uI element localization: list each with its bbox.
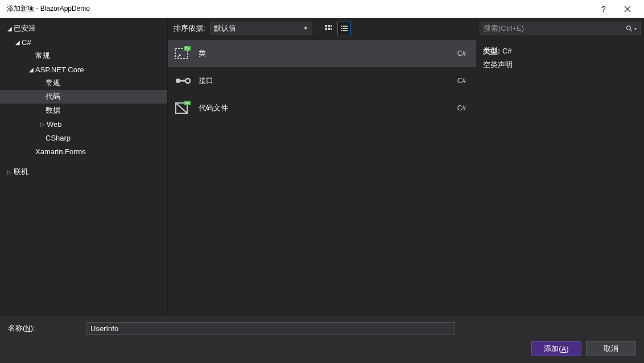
svg-point-19 [185,79,190,83]
svg-rect-2 [325,25,327,27]
template-name: 类 [199,48,457,59]
template-name: 接口 [199,76,457,86]
main-area: ◢ 已安装 ◢ C# 常规 ◢ ASP.NET Core 常规 代码 数据 ▷ … [0,18,644,316]
tree-aspnetcore[interactable]: ◢ ASP.NET Core [0,63,167,76]
titlebar: 添加新项 - BlazorAppDemo ? [0,0,644,18]
view-list-button[interactable] [337,22,351,35]
tree-label: 联机 [14,167,28,177]
tree-web[interactable]: ▷ Web [0,117,167,131]
expand-icon: ◢ [6,26,14,32]
svg-rect-5 [325,28,327,30]
template-item-codefile[interactable]: C# 代码文件 C# [168,94,476,122]
template-lang: C# [457,50,466,57]
tree-label: 代码 [46,92,60,102]
list-icon [340,24,348,32]
codefile-icon: C# [174,100,191,117]
template-item-class[interactable]: C# 类 C# [168,40,476,67]
name-label: 名称(N): [8,323,82,333]
template-panel: 排序依据: 默认值 ▼ [168,18,476,316]
button-row: 添加(A) 取消 [0,341,644,363]
cancel-button[interactable]: 取消 [586,341,636,356]
tree-label: 常规 [46,78,60,88]
sort-dropdown[interactable]: 默认值 ▼ [210,22,312,35]
svg-rect-13 [343,30,348,31]
expand-icon: ◢ [27,67,35,73]
collapse-icon: ▷ [39,121,47,127]
tree-label: 数据 [46,105,60,116]
tree-label: 已安装 [14,23,36,34]
svg-text:C#: C# [185,47,189,50]
svg-line-25 [630,30,632,31]
tree-label: 常规 [35,51,50,61]
svg-rect-9 [343,26,348,27]
svg-point-24 [627,26,631,30]
tree-csharp2[interactable]: CSharp [0,131,167,145]
type-label: 类型: [483,47,500,55]
category-tree: ◢ 已安装 ◢ C# 常规 ◢ ASP.NET Core 常规 代码 数据 ▷ … [0,18,168,316]
template-toolbar: 排序依据: 默认值 ▼ [168,18,476,39]
template-name: 代码文件 [199,103,457,113]
tree-label: Web [47,120,62,129]
view-mode-toggle [321,22,351,35]
interface-icon [174,72,191,89]
svg-rect-10 [341,28,342,29]
tree-aspnet-code[interactable]: 代码 [0,90,167,104]
svg-rect-4 [331,25,332,27]
tree-online[interactable]: ▷ 联机 [0,165,167,179]
svg-rect-3 [328,25,330,27]
tree-xamarin[interactable]: Xamarin.Forms [0,145,167,158]
tree-installed[interactable]: ◢ 已安装 [0,22,167,35]
class-icon: C# [174,45,191,62]
close-button[interactable] [616,1,639,18]
template-list: C# 类 C# 接口 C# [168,39,476,316]
search-input[interactable]: 搜索(Ctrl+E) ▾ [480,22,641,35]
svg-rect-8 [341,26,342,27]
svg-text:C#: C# [185,101,189,105]
add-button[interactable]: 添加(A) [531,341,581,356]
chevron-down-icon: ▼ [303,26,308,31]
template-lang: C# [457,77,466,85]
search-placeholder: 搜索(Ctrl+E) [484,23,524,34]
tree-label: ASP.NET Core [35,65,84,74]
sort-label: 排序依据: [174,23,205,34]
tree-csharp[interactable]: ◢ C# [0,35,167,49]
search-icon: ▾ [626,25,637,32]
tree-aspnet-general[interactable]: 常规 [0,76,167,90]
name-row: 名称(N): [0,316,644,341]
view-grid-button[interactable] [321,22,335,35]
name-input[interactable] [86,322,455,335]
tree-general[interactable]: 常规 [0,49,167,63]
expand-icon: ◢ [14,39,22,46]
grid-icon [324,24,332,32]
tree-label: Xamarin.Forms [35,147,86,156]
svg-rect-6 [328,28,330,30]
collapse-icon: ▷ [6,169,14,175]
search-wrap: 搜索(Ctrl+E) ▾ [476,18,644,39]
template-lang: C# [457,104,466,112]
template-description: 空类声明 [483,58,637,72]
close-icon [624,6,631,13]
svg-rect-7 [331,28,332,30]
template-details: 类型: C# 空类声明 [476,39,644,77]
template-item-interface[interactable]: 接口 C# [168,67,476,94]
tree-label: CSharp [46,134,71,142]
window-title: 添加新项 - BlazorAppDemo [7,4,592,14]
sort-value: 默认值 [214,23,236,34]
svg-rect-11 [343,28,348,29]
tree-aspnet-data[interactable]: 数据 [0,104,167,117]
bottom-bar: 名称(N): 添加(A) 取消 [0,316,644,363]
tree-label: C# [22,38,31,47]
svg-rect-12 [341,30,342,31]
details-panel: 搜索(Ctrl+E) ▾ 类型: C# 空类声明 [476,18,644,316]
svg-point-17 [176,79,180,83]
type-value: C# [502,47,512,55]
help-button[interactable]: ? [592,5,616,14]
